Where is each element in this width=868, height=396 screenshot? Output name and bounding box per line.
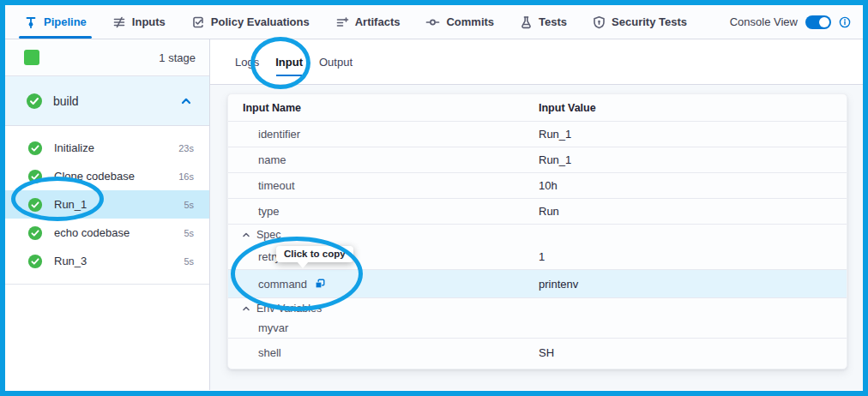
success-check-icon [27, 254, 43, 269]
step-duration: 5s [184, 256, 194, 267]
step-label: Clone codebase [54, 170, 135, 183]
tab-logs[interactable]: Logs [235, 39, 259, 84]
nav-item-label: Policy Evaluations [211, 15, 310, 28]
input-value: Run_1 [539, 153, 847, 166]
table-row: type Run [228, 199, 847, 225]
artifacts-icon [335, 15, 349, 29]
success-check-icon [27, 197, 43, 213]
nav-item-pipeline[interactable]: Pipeline [24, 5, 87, 39]
input-name: name [258, 153, 286, 166]
console-view-label: Console View [730, 15, 798, 28]
chevron-up-icon[interactable] [180, 95, 192, 107]
detail-tabs: Logs Input Output [210, 39, 863, 85]
success-check-icon [27, 225, 43, 241]
table-row: timeout 10h [228, 173, 847, 199]
step-item-initialize[interactable]: Initialize 23s [5, 134, 209, 162]
nav-right-controls: Console View [730, 15, 851, 29]
nav-item-label: Commits [446, 15, 494, 28]
info-icon[interactable] [839, 16, 851, 28]
table-row-command: command printenv [228, 270, 847, 298]
step-duration: 5s [184, 200, 194, 210]
table-row: name Run_1 [228, 147, 847, 173]
step-item-echo-codebase[interactable]: echo codebase 5s [5, 219, 209, 247]
success-check-icon [27, 141, 43, 156]
policy-check-icon [191, 15, 205, 29]
nav-item-security-tests[interactable]: Security Tests [593, 5, 687, 39]
step-item-clone-codebase[interactable]: Clone codebase 16s [5, 162, 209, 190]
step-duration: 23s [178, 143, 194, 153]
tab-label: Input [275, 56, 303, 69]
input-value: 1 [539, 250, 847, 263]
top-nav: Pipeline Inputs Policy Evaluations Artif… [5, 5, 863, 39]
input-name: type [258, 205, 280, 218]
nav-item-artifacts[interactable]: Artifacts [335, 5, 401, 39]
tab-input[interactable]: Input [275, 39, 303, 84]
console-view-toggle[interactable] [805, 15, 831, 29]
step-list: Initialize 23s Clone codebase 16s Run_1 … [5, 126, 209, 285]
stage-summary: 1 stage [5, 39, 209, 76]
section-label: Env Variables [256, 303, 322, 315]
input-name: shell [258, 346, 281, 359]
table-row: identifier Run_1 [228, 122, 847, 147]
input-value: Run_1 [539, 128, 847, 141]
table-row: myvar [228, 318, 847, 339]
nav-item-label: Security Tests [612, 15, 687, 28]
step-duration: 5s [184, 228, 194, 238]
nav-item-label: Tests [539, 15, 567, 28]
section-collapse-icon[interactable] [242, 231, 250, 239]
tab-content: Input Name Input Value identifier Run_1 … [210, 85, 863, 390]
stage-count: 1 stage [159, 51, 196, 64]
column-header-input-value: Input Value [539, 102, 847, 114]
stage-group-build[interactable]: build [5, 76, 209, 126]
step-label: Run_1 [54, 198, 87, 211]
input-table: Input Name Input Value identifier Run_1 … [227, 93, 847, 369]
nav-item-tests[interactable]: Tests [520, 5, 567, 39]
tab-label: Logs [235, 56, 259, 69]
step-item-run-1[interactable]: Run_1 5s [5, 190, 209, 219]
input-value: 10h [539, 179, 847, 192]
section-label: Spec [256, 229, 281, 241]
flask-icon [520, 15, 533, 29]
inputs-icon [112, 15, 126, 29]
input-name: timeout [258, 179, 295, 192]
nav-item-label: Pipeline [44, 15, 87, 28]
shield-icon [593, 15, 606, 29]
commit-icon [425, 15, 440, 29]
step-label: Initialize [54, 141, 94, 154]
input-name: myvar [258, 321, 288, 334]
tab-output[interactable]: Output [319, 39, 353, 84]
step-label: echo codebase [54, 226, 130, 239]
input-name: command [258, 278, 307, 291]
section-collapse-icon[interactable] [242, 304, 250, 313]
column-header-input-name: Input Name [228, 102, 539, 114]
nav-item-inputs[interactable]: Inputs [112, 5, 166, 39]
input-value: Run [539, 205, 847, 218]
input-value: printenv [539, 278, 847, 291]
step-label: Run_3 [54, 255, 87, 267]
section-row-env-variables[interactable]: Env Variables [228, 298, 847, 318]
stage-group-label: build [53, 94, 79, 108]
nav-item-label: Artifacts [355, 15, 401, 28]
step-details-panel: Logs Input Output Input Name Input Value… [210, 39, 863, 390]
nav-item-policy-evaluations[interactable]: Policy Evaluations [191, 5, 310, 39]
pipeline-icon [24, 15, 38, 29]
toggle-knob [819, 17, 829, 27]
tab-label: Output [319, 56, 353, 69]
click-to-copy-tooltip: Click to copy [276, 246, 353, 262]
input-value: SH [539, 346, 847, 359]
input-name: identifier [258, 128, 300, 141]
section-row-spec[interactable]: Spec [228, 225, 847, 244]
execution-sidebar: 1 stage build Initialize 23s [5, 39, 210, 390]
app-window: Pipeline Inputs Policy Evaluations Artif… [0, 0, 868, 396]
copy-icon[interactable] [314, 278, 326, 290]
step-duration: 16s [178, 171, 194, 182]
nav-item-commits[interactable]: Commits [425, 5, 494, 39]
stage-status-square [24, 50, 39, 65]
table-row: shell SH [228, 339, 847, 367]
success-check-icon [26, 93, 43, 110]
success-check-icon [27, 169, 43, 184]
step-item-run-3[interactable]: Run_3 5s [5, 247, 209, 275]
nav-item-label: Inputs [132, 15, 166, 28]
table-header-row: Input Name Input Value [228, 94, 847, 122]
